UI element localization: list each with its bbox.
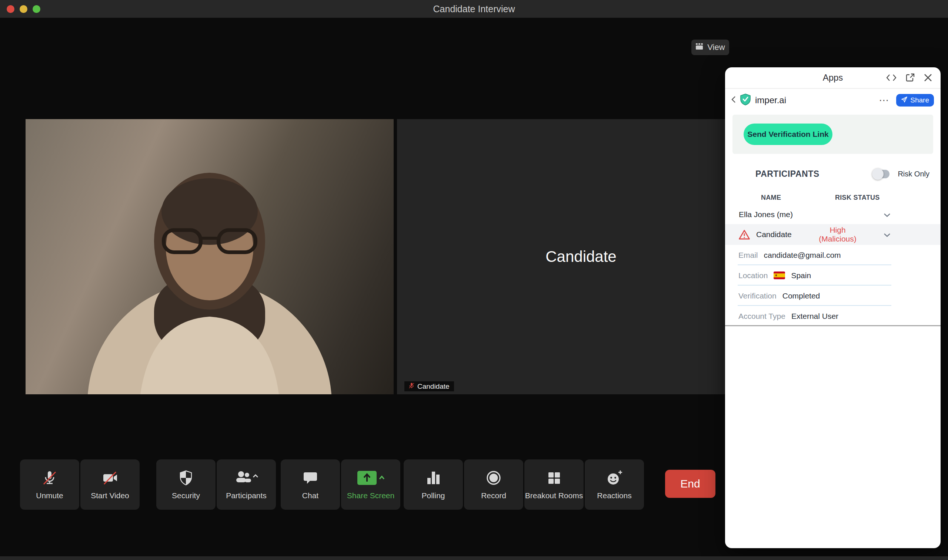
participants-label: Participants bbox=[226, 491, 267, 500]
detail-label: Location bbox=[738, 271, 768, 280]
detail-label: Account Type bbox=[738, 312, 786, 321]
close-icon[interactable] bbox=[923, 73, 933, 82]
mic-muted-icon bbox=[409, 383, 414, 391]
risk-status-column-header: RISK STATUS bbox=[835, 194, 880, 202]
chevron-down-icon[interactable] bbox=[883, 230, 891, 239]
participant-row-self[interactable]: Ella Jones (me) bbox=[725, 205, 940, 224]
unmute-label: Unmute bbox=[36, 491, 63, 500]
candidate-video-tile: Candidate Candidate bbox=[397, 119, 765, 394]
detail-value: Completed bbox=[783, 291, 820, 300]
unmute-button[interactable]: Unmute bbox=[20, 459, 79, 510]
zoom-meeting-window: Candidate Interview View Candidate bbox=[0, 0, 948, 560]
participant-row-candidate[interactable]: Candidate High (Malicious) bbox=[725, 224, 940, 245]
app-name: imper.ai bbox=[755, 95, 786, 105]
view-button-label: View bbox=[707, 43, 725, 52]
screen-bottom-strip bbox=[0, 556, 948, 560]
reactions-label: Reactions bbox=[597, 491, 631, 500]
candidate-badge-label: Candidate bbox=[417, 383, 449, 391]
participant-name: Ella Jones (me) bbox=[739, 210, 793, 219]
detail-label: Verification bbox=[738, 291, 777, 300]
meeting-toolbar: Unmute Start Video Security bbox=[20, 459, 645, 510]
view-button[interactable]: View bbox=[692, 40, 729, 55]
start-video-label: Start Video bbox=[91, 491, 129, 500]
name-column-header: NAME bbox=[761, 194, 835, 202]
risk-status-value: High (Malicious) bbox=[813, 226, 862, 243]
toggle-knob bbox=[872, 168, 883, 180]
apps-panel-title: Apps bbox=[823, 72, 843, 83]
polling-button[interactable]: Polling bbox=[404, 459, 463, 510]
spain-flag-icon bbox=[774, 271, 785, 279]
back-chevron-icon[interactable] bbox=[731, 96, 736, 105]
end-meeting-button[interactable]: End bbox=[665, 470, 715, 498]
titlebar: Candidate Interview bbox=[0, 0, 948, 18]
video-muted-icon bbox=[101, 469, 119, 487]
send-icon bbox=[901, 96, 908, 105]
participants-icon bbox=[235, 469, 258, 487]
app-title-bar: imper.ai ⋯ Share bbox=[725, 89, 940, 112]
window-title: Candidate Interview bbox=[0, 4, 948, 14]
more-options-button[interactable]: ⋯ bbox=[879, 95, 889, 105]
share-screen-label: Share Screen bbox=[347, 491, 394, 500]
candidate-tile-name: Candidate bbox=[545, 248, 616, 266]
popout-icon[interactable] bbox=[905, 73, 915, 83]
chat-label: Chat bbox=[302, 491, 318, 500]
person-silhouette bbox=[26, 119, 394, 394]
record-icon bbox=[485, 469, 502, 487]
share-screen-icon bbox=[357, 469, 385, 487]
risk-only-label: Risk Only bbox=[898, 170, 929, 178]
record-label: Record bbox=[481, 491, 506, 500]
record-button[interactable]: Record bbox=[464, 459, 523, 510]
send-verification-link-button[interactable]: Send Verification Link bbox=[744, 123, 832, 145]
chat-icon bbox=[302, 469, 319, 487]
detail-row-location: Location Spain bbox=[725, 265, 940, 286]
polling-icon bbox=[425, 469, 442, 487]
detail-row-email: Email candidate@gmail.com bbox=[725, 245, 940, 265]
participants-button[interactable]: Participants bbox=[217, 459, 276, 510]
security-button[interactable]: Security bbox=[156, 459, 216, 510]
security-label: Security bbox=[172, 491, 200, 500]
share-screen-button[interactable]: Share Screen bbox=[341, 459, 400, 510]
participants-heading: PARTICIPANTS bbox=[755, 169, 820, 179]
share-app-label: Share bbox=[910, 96, 929, 104]
candidate-name-badge: Candidate bbox=[405, 382, 454, 391]
end-label: End bbox=[680, 477, 700, 490]
imperai-logo-icon bbox=[740, 94, 751, 107]
breakout-rooms-button[interactable]: Breakout Rooms bbox=[524, 459, 584, 510]
apps-panel-header: Apps bbox=[725, 67, 940, 89]
apps-panel: Apps bbox=[725, 67, 940, 548]
detail-row-verification: Verification Completed bbox=[725, 286, 940, 306]
code-icon[interactable] bbox=[886, 74, 897, 82]
participants-table-header: NAME RISK STATUS bbox=[725, 194, 940, 202]
reactions-button[interactable]: Reactions bbox=[585, 459, 644, 510]
breakout-rooms-icon bbox=[545, 469, 562, 487]
participant-name: Candidate bbox=[756, 230, 792, 239]
grid-view-icon bbox=[695, 43, 704, 52]
detail-value: External User bbox=[791, 312, 838, 321]
start-video-button[interactable]: Start Video bbox=[80, 459, 140, 510]
mic-muted-icon bbox=[41, 469, 58, 487]
detail-row-account-type: Account Type External User bbox=[725, 306, 940, 326]
risk-warning-icon bbox=[738, 229, 750, 240]
breakout-rooms-label: Breakout Rooms bbox=[525, 491, 583, 500]
share-app-button[interactable]: Share bbox=[896, 94, 934, 106]
detail-value: candidate@gmail.com bbox=[764, 251, 841, 260]
polling-label: Polling bbox=[422, 491, 445, 500]
detail-label: Email bbox=[738, 251, 758, 260]
risk-only-toggle[interactable] bbox=[873, 170, 889, 178]
participant-video-tile bbox=[26, 119, 394, 394]
detail-value: Spain bbox=[791, 271, 811, 280]
participants-section-header: PARTICIPANTS Risk Only bbox=[755, 166, 929, 181]
security-shield-icon bbox=[178, 469, 195, 487]
chevron-down-icon[interactable] bbox=[883, 210, 891, 219]
chat-button[interactable]: Chat bbox=[281, 459, 340, 510]
verification-section: Send Verification Link bbox=[732, 115, 933, 154]
reactions-icon bbox=[605, 469, 624, 487]
